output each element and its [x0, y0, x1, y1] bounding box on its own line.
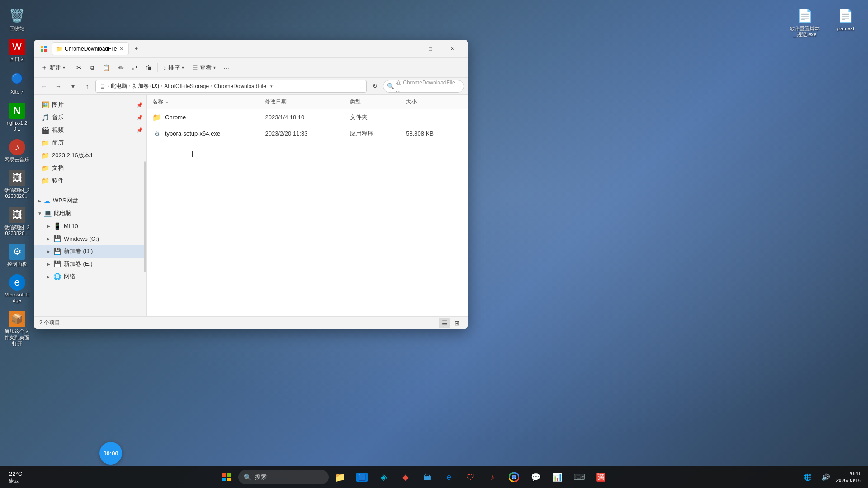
- tab-icon: 📁: [56, 46, 63, 52]
- taskbar-more1[interactable]: 📊: [547, 467, 567, 487]
- delete-button[interactable]: 🗑: [142, 61, 156, 75]
- desktop-icon-doc2[interactable]: 📄 plan.ext: [827, 5, 863, 39]
- taskbar-weather[interactable]: 22°C 多云: [4, 470, 28, 484]
- empty-area[interactable]: [147, 142, 468, 277]
- breadcrumb-drive[interactable]: 新加卷 (D:): [132, 82, 159, 90]
- taskbar-music[interactable]: ♪: [482, 467, 502, 487]
- sidebar-item-docs[interactable]: 📁 文档: [34, 162, 146, 174]
- col-size[interactable]: 大小: [406, 98, 462, 106]
- drivee-chevron: ▶: [47, 262, 50, 267]
- taskbar-search[interactable]: 🔍 搜索: [238, 470, 329, 484]
- close-button[interactable]: ✕: [442, 42, 462, 56]
- title-tab[interactable]: 📁 ChromeDownloadFile ✕: [52, 42, 129, 55]
- breadcrumb-thispc[interactable]: 此电脑: [111, 82, 127, 90]
- taskbar-diamond[interactable]: ◆: [396, 467, 415, 487]
- move-button[interactable]: ⇄: [128, 61, 141, 75]
- sidebar-network[interactable]: ▶ 🌐 网络: [34, 270, 146, 283]
- sidebar-item-version[interactable]: 📁 2023.2.16版本1: [34, 149, 146, 162]
- desktop-icon-photo1[interactable]: 🖼 微信截图_20230820...: [2, 168, 33, 201]
- desktop-icon-xftp[interactable]: 🔵 Xftp 7: [2, 68, 33, 97]
- cut-button[interactable]: ✂: [73, 61, 85, 75]
- taskbar-widgets[interactable]: ◈: [374, 467, 394, 487]
- new-button[interactable]: ＋ 新建: [38, 61, 69, 75]
- taskbar-network-icon[interactable]: 🌐: [800, 469, 816, 485]
- resume-label: 简历: [52, 139, 64, 147]
- forward-button[interactable]: →: [52, 80, 65, 93]
- taskbar-file-explorer[interactable]: 📁: [330, 467, 350, 487]
- taskbar-volume-icon[interactable]: 🔊: [818, 469, 834, 485]
- address-bar: ← → ▾ ↑ 🖥 › 此电脑 › 新加卷 (D:) › ALotOfFileS…: [34, 78, 468, 95]
- wps-drive-label: WPS网盘: [53, 197, 78, 205]
- minimize-button[interactable]: ─: [398, 42, 419, 56]
- sidebar-item-pictures[interactable]: 🖼️ 图片 📌: [34, 99, 146, 111]
- col-type[interactable]: 类型: [350, 98, 406, 106]
- wps-icon: W: [9, 39, 25, 55]
- desktop: 🗑️ 回收站 W 回日文 🔵 Xftp 7 N nginx-1.20... ♪ …: [0, 0, 868, 488]
- recycle-label: 回收站: [9, 26, 24, 32]
- table-row[interactable]: ⚙ typora-setup-x64.exe 2023/2/20 11:33 应…: [147, 126, 468, 142]
- taskbar-edge[interactable]: e: [439, 467, 459, 487]
- col-date[interactable]: 修改日期: [265, 98, 349, 106]
- breadcrumb-dropdown[interactable]: ▾: [268, 83, 275, 90]
- paste-button[interactable]: 📋: [99, 61, 114, 75]
- search-bar[interactable]: 🔍 在 ChromeDownloadFile ...: [383, 80, 464, 93]
- sidebar-wps-drive[interactable]: ▶ ☁ WPS网盘: [34, 194, 146, 207]
- taskbar-clock[interactable]: 20:41 2026/03/16: [836, 470, 861, 484]
- network-status-icon: 🌐: [803, 473, 812, 481]
- sidebar-item-software[interactable]: 📁 软件: [34, 174, 146, 187]
- desktop-icon-recycle[interactable]: 🗑️ 回收站: [2, 5, 33, 33]
- desktop-icon-photo2[interactable]: 🖼 微信截图_20230820...: [2, 205, 33, 238]
- taskbar-chrome[interactable]: [504, 467, 524, 487]
- taskbar-more2[interactable]: ⌨: [569, 467, 589, 487]
- breadcrumb-pc-icon[interactable]: 🖥: [99, 83, 106, 90]
- sort-button[interactable]: ↕ 排序: [160, 61, 188, 75]
- col-name[interactable]: 名称 ▲: [152, 98, 265, 106]
- desktop-icon-doc1[interactable]: 📄 软件重置脚本_ 规避.exe: [787, 5, 823, 39]
- timer-badge[interactable]: 00:00: [99, 442, 122, 465]
- windowsc-icon: 💾: [53, 235, 61, 242]
- more-button[interactable]: ···: [220, 61, 233, 75]
- breadcrumb[interactable]: 🖥 › 此电脑 › 新加卷 (D:) › ALotOfFileStorage ›…: [95, 80, 367, 93]
- sidebar-thispc-group[interactable]: ▼ 💻 此电脑: [34, 207, 146, 220]
- sidebar-windows-c[interactable]: ▶ 💾 Windows (C:): [34, 232, 146, 245]
- list-view-button[interactable]: ☰: [439, 318, 450, 328]
- desktop-icon-edge[interactable]: e Microsoft Edge: [2, 272, 33, 305]
- taskbar-widgets-icon: ◈: [381, 472, 387, 482]
- taskbar-store[interactable]: 🟦: [352, 467, 372, 487]
- rename-button[interactable]: ✏: [115, 61, 127, 75]
- copy-button[interactable]: ⧉: [86, 61, 98, 75]
- breadcrumb-alot[interactable]: ALotOfFileStorage: [164, 83, 209, 89]
- up-button[interactable]: ↑: [81, 80, 94, 93]
- taskbar-photos[interactable]: 🏔: [417, 467, 437, 487]
- add-tab-button[interactable]: +: [131, 43, 142, 54]
- tab-close-icon[interactable]: ✕: [118, 45, 125, 53]
- view-label: 查看: [200, 64, 212, 72]
- svg-rect-2: [41, 49, 43, 52]
- table-row[interactable]: 📁 Chrome 2023/1/4 18:10 文件夹: [147, 109, 468, 126]
- taskbar-feedback[interactable]: 💬: [526, 467, 546, 487]
- file-area[interactable]: 名称 ▲ 修改日期 类型 大小 📁: [147, 95, 468, 316]
- sidebar-item-video[interactable]: 🎬 视频 📌: [34, 124, 146, 136]
- dropdown-button[interactable]: ▾: [66, 80, 79, 93]
- sidebar-item-music[interactable]: 🎵 音乐 📌: [34, 111, 146, 124]
- desktop-icon-control[interactable]: ⚙ 控制面板: [2, 242, 33, 269]
- sidebar-item-resume[interactable]: 📁 简历: [34, 136, 146, 149]
- taskbar-antivirus[interactable]: 🛡: [461, 467, 481, 487]
- svg-point-13: [512, 475, 516, 479]
- control-icon: ⚙: [9, 244, 25, 260]
- maximize-button[interactable]: □: [420, 42, 441, 56]
- desktop-icon-netease[interactable]: ♪ 网易云音乐: [2, 137, 33, 164]
- desktop-icon-nginx[interactable]: N nginx-1.20...: [2, 101, 33, 134]
- start-button[interactable]: [217, 467, 236, 487]
- view-button[interactable]: ☰ 查看: [189, 61, 219, 75]
- desktop-icon-wps[interactable]: W 回日文: [2, 37, 33, 64]
- back-button[interactable]: ←: [38, 80, 50, 93]
- taskbar-more3[interactable]: 🈵: [591, 467, 611, 487]
- sidebar-drive-e[interactable]: ▶ 💾 新加卷 (E:): [34, 258, 146, 270]
- refresh-button[interactable]: ↻: [368, 80, 381, 93]
- breadcrumb-chrome[interactable]: ChromeDownloadFile: [214, 83, 266, 89]
- desktop-icon-compress[interactable]: 📦 解压这个文件夹到桌面打开: [2, 309, 33, 348]
- sidebar-drive-d[interactable]: ▶ 💾 新加卷 (D:): [34, 245, 146, 258]
- grid-view-button[interactable]: ⊞: [452, 318, 462, 328]
- sidebar-mi10[interactable]: ▶ 📱 Mi 10: [34, 220, 146, 232]
